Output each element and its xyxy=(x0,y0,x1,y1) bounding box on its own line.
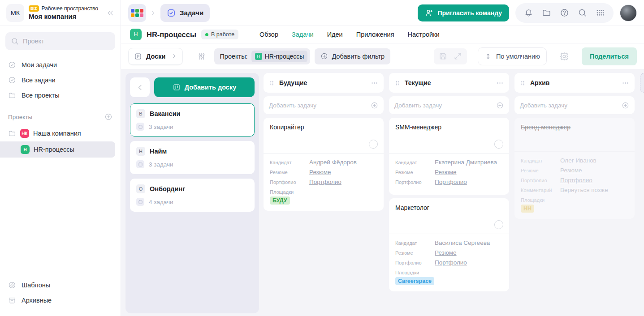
add-task-input[interactable]: Добавить задачу xyxy=(514,96,635,114)
add-board-button[interactable]: Добавить доску xyxy=(154,77,255,97)
task-card[interactable]: КопирайтерКандидатАндрей ФёдоровРезюмеРе… xyxy=(264,118,384,211)
save-view-icon[interactable] xyxy=(439,52,447,60)
column-more-icon[interactable] xyxy=(496,79,504,87)
apps-icon[interactable] xyxy=(596,8,605,17)
add-column-button[interactable] xyxy=(640,73,644,93)
project-search-input[interactable] xyxy=(23,38,110,45)
user-avatar[interactable] xyxy=(620,4,637,21)
field-label: Портфолио xyxy=(395,179,435,185)
field-link[interactable]: Портфолио xyxy=(435,179,467,185)
kanban-column: ТекущиеДобавить задачуSMM-менеджерКандид… xyxy=(389,73,509,313)
invite-team-button[interactable]: Пригласить команду xyxy=(418,4,509,21)
tasks-icon xyxy=(167,9,176,17)
field-link[interactable]: Портфолио xyxy=(309,179,341,185)
projects-filter-chip[interactable]: Проекты: Н HR-процессы xyxy=(214,48,310,64)
project-header: Н HR-процессы В работе ОбзорЗадачиИдеиПр… xyxy=(121,26,644,43)
board-card[interactable]: ООнбординг4 задачи xyxy=(130,179,255,212)
projects-list: НКНаша компанияНHR-процессы xyxy=(5,125,115,158)
field-label: Площадки xyxy=(270,188,309,195)
project-tab-3[interactable]: Приложения xyxy=(356,31,394,38)
add-task-input[interactable]: Добавить задачу xyxy=(389,96,509,114)
sidebar-item[interactable]: Все проекты xyxy=(5,88,115,103)
board-initial: Н xyxy=(136,147,145,156)
column-header[interactable]: Будущие xyxy=(264,73,384,93)
board-name: Найм xyxy=(150,148,167,155)
column-more-icon[interactable] xyxy=(371,79,378,87)
settings-gear-icon[interactable] xyxy=(559,51,569,61)
apps-launcher-icon[interactable] xyxy=(128,4,146,22)
task-card[interactable]: МаркетологКандидатВасилиса СергееваРезюм… xyxy=(389,198,509,291)
fullscreen-icon[interactable] xyxy=(454,52,462,60)
field-value: Екатерина Дмитриева xyxy=(435,159,497,166)
collapse-boards-button[interactable] xyxy=(130,77,150,97)
project-chip-label: HR-процессы xyxy=(265,53,304,60)
project-status-badge[interactable]: В работе xyxy=(201,30,238,39)
collapse-sidebar-icon[interactable] xyxy=(106,9,114,17)
bell-icon[interactable] xyxy=(524,8,533,17)
sidebar-footer-item[interactable]: Шаблоны xyxy=(5,278,115,293)
search-icon[interactable] xyxy=(578,8,587,17)
sidebar-item[interactable]: Мои задачи xyxy=(5,57,115,73)
board-content: Добавить доску ВВакансии3 задачиННайм3 з… xyxy=(121,69,644,316)
task-card[interactable]: SMM-менеджерКандидатЕкатерина ДмитриеваР… xyxy=(389,118,509,195)
board-initial: В xyxy=(136,109,145,118)
column-header[interactable]: Текущие xyxy=(389,73,509,93)
sidebar: Мои задачиВсе задачиВсе проекты Проекты … xyxy=(0,26,121,316)
workspace-name[interactable]: Моя компания xyxy=(29,13,102,20)
column-more-icon[interactable] xyxy=(622,79,629,87)
filter-sliders-icon[interactable] xyxy=(197,52,206,61)
board-icon xyxy=(173,83,181,91)
sort-button[interactable]: По умолчанию xyxy=(478,47,547,65)
task-complete-checkbox[interactable] xyxy=(369,140,378,149)
folder-icon[interactable] xyxy=(542,8,551,17)
add-project-icon[interactable] xyxy=(104,113,112,121)
project-tab-2[interactable]: Идеи xyxy=(327,31,343,38)
board-initial: О xyxy=(136,184,145,193)
share-button[interactable]: Поделиться xyxy=(582,47,637,65)
plan-badge: BIZ xyxy=(29,5,39,12)
add-task-plus-icon[interactable] xyxy=(371,102,378,109)
column-header[interactable]: Архив xyxy=(514,73,635,93)
workspace-logo[interactable]: МК xyxy=(6,4,24,22)
task-card[interactable]: Бренд-менеджерКандидатОлег ИвановРезюмеР… xyxy=(514,118,635,219)
add-task-input[interactable]: Добавить задачу xyxy=(264,96,384,114)
platform-tag: БУДУ xyxy=(270,196,290,205)
project-tab-4[interactable]: Настройки xyxy=(408,31,440,38)
task-complete-checkbox[interactable] xyxy=(494,220,503,229)
board-card[interactable]: ННайм3 задачи xyxy=(130,141,255,174)
sort-arrows-icon xyxy=(484,53,492,60)
board-task-count: 3 задачи xyxy=(149,124,173,130)
sidebar-item[interactable]: Все задачи xyxy=(5,73,115,88)
field-link[interactable]: Резюме xyxy=(560,167,582,174)
sidebar-footer: ШаблоныАрхивные xyxy=(5,278,115,308)
view-selector-button[interactable]: Доски xyxy=(128,48,183,65)
projects-section-header: Проекты xyxy=(5,113,115,121)
field-link[interactable]: Портфолио xyxy=(560,177,592,184)
project-tab-0[interactable]: Обзор xyxy=(259,31,278,38)
sidebar-project[interactable]: НHR-процессы xyxy=(0,141,115,158)
project-tab-1[interactable]: Задачи xyxy=(292,31,314,38)
project-search[interactable] xyxy=(5,32,115,50)
topbar-icon-group xyxy=(515,3,614,23)
add-task-plus-icon[interactable] xyxy=(496,102,504,109)
help-icon[interactable] xyxy=(560,8,569,17)
add-filter-button[interactable]: Добавить фильтр xyxy=(315,48,390,64)
field-link[interactable]: Резюме xyxy=(309,169,331,175)
sidebar-footer-item[interactable]: Архивные xyxy=(5,293,115,308)
task-title: Маркетолог xyxy=(395,204,503,211)
sidebar-project[interactable]: НКНаша компания xyxy=(5,125,115,141)
field-link[interactable]: Портфолио xyxy=(435,259,467,266)
chevron-left-icon xyxy=(137,84,143,91)
task-complete-checkbox[interactable] xyxy=(494,140,503,149)
mini-board-icon xyxy=(138,162,143,167)
template-icon xyxy=(8,281,16,289)
status-label: В работе xyxy=(211,31,234,38)
check-circle-icon xyxy=(8,76,16,84)
field-link[interactable]: Резюме xyxy=(435,249,457,256)
field-link[interactable]: Резюме xyxy=(435,169,457,175)
workspace-meta: BIZ Рабочее пространство Моя компания xyxy=(29,5,102,20)
invite-team-label: Пригласить команду xyxy=(437,9,502,17)
board-card[interactable]: ВВакансии3 задачи xyxy=(130,103,255,137)
tab-tasks-app[interactable]: Задачи xyxy=(160,4,210,22)
add-task-plus-icon[interactable] xyxy=(622,102,629,109)
